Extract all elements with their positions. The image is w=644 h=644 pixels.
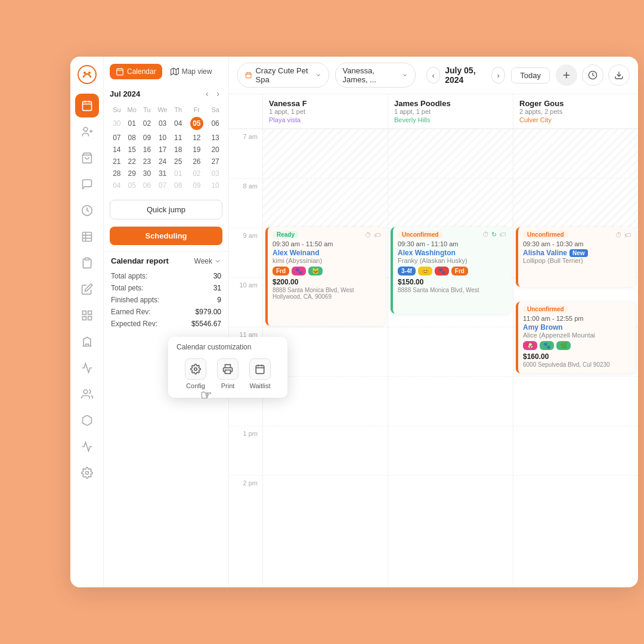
mini-cal-day[interactable]: 01: [171, 168, 185, 179]
sidebar: [70, 57, 104, 587]
popup-item-config[interactable]: Config: [185, 358, 206, 389]
mini-cal-day[interactable]: 17: [154, 144, 171, 156]
mini-cal-day[interactable]: 22: [124, 156, 140, 168]
mini-cal-day[interactable]: 08: [171, 179, 185, 191]
mini-cal-day[interactable]: 09: [140, 132, 154, 144]
mini-cal-day[interactable]: 02: [140, 115, 154, 132]
sidebar-item-calendar[interactable]: [75, 94, 99, 117]
calendar-view-btn[interactable]: Calendar: [110, 64, 162, 79]
sidebar-item-edit[interactable]: [75, 277, 99, 301]
mini-cal-day[interactable]: 15: [124, 144, 140, 156]
mini-cal-day[interactable]: 29: [124, 168, 140, 179]
tag-icon: 🏷: [374, 231, 380, 239]
staff-header-row: Vanessa F 1 appt, 1 pet Playa vista Jame…: [229, 94, 638, 129]
sidebar-item-table[interactable]: [75, 225, 99, 249]
mini-cal-day[interactable]: 26: [185, 156, 208, 168]
status-badge-unconfirmed-roger: Unconfirmed: [523, 231, 568, 239]
sidebar-item-messages[interactable]: [75, 172, 99, 196]
svg-point-7: [83, 128, 88, 132]
sidebar-item-settings[interactable]: [75, 461, 99, 485]
mini-cal-day[interactable]: 30: [110, 115, 124, 132]
week-select[interactable]: Week: [194, 257, 221, 265]
mini-cal-day[interactable]: 06: [208, 115, 222, 132]
mini-cal-day[interactable]: 01: [124, 115, 140, 132]
mini-cal-day[interactable]: 03: [208, 168, 222, 179]
mini-cal-day[interactable]: 03: [154, 115, 171, 132]
quick-jump-button[interactable]: Quick jump: [110, 200, 222, 219]
date-navigation: ‹ July 05, 2024 ›: [426, 66, 505, 85]
mini-cal-day[interactable]: 07: [154, 179, 171, 191]
appointment-card-roger-2[interactable]: Unconfirmed 11:00 am - 12:55 pm Amy Brow…: [516, 302, 636, 373]
mini-cal-day[interactable]: 31: [154, 168, 171, 179]
report-title: Calendar report: [111, 256, 169, 265]
mini-cal-day[interactable]: 13: [208, 132, 222, 144]
svg-point-22: [85, 472, 88, 475]
sidebar-item-building[interactable]: [75, 330, 99, 354]
sidebar-item-grid[interactable]: [75, 304, 99, 327]
print-icon: [217, 358, 239, 380]
tag-icon: 🏷: [624, 231, 631, 239]
popup-items: Config Print Waitlist: [177, 358, 279, 389]
mini-cal-day[interactable]: 28: [110, 168, 124, 179]
mini-cal-day[interactable]: 05: [185, 115, 208, 132]
sidebar-item-clipboard[interactable]: [75, 251, 99, 275]
mini-cal-day[interactable]: 10: [208, 179, 222, 191]
mini-cal-day[interactable]: 10: [154, 132, 171, 144]
clock-button[interactable]: [582, 64, 603, 86]
mini-cal-day[interactable]: 25: [171, 156, 185, 168]
date-next-btn[interactable]: ›: [491, 67, 505, 83]
sidebar-item-shop[interactable]: [75, 146, 99, 170]
download-button[interactable]: [608, 64, 630, 86]
popup-item-print[interactable]: Print: [217, 358, 239, 389]
add-button[interactable]: [556, 64, 577, 86]
scheduling-button[interactable]: Scheduling: [110, 227, 222, 245]
svg-rect-31: [225, 370, 231, 374]
sidebar-item-package[interactable]: [75, 408, 99, 432]
mini-cal-day[interactable]: 02: [185, 168, 208, 179]
sidebar-item-announcement[interactable]: [75, 356, 99, 380]
location-selector[interactable]: Crazy Cute Pet Spa: [237, 63, 329, 88]
appointment-card-roger-1[interactable]: Unconfirmed ⏱ 🏷 09:30 am - 10:30 am Alis…: [516, 227, 636, 287]
clock-icon: ⏱: [482, 231, 489, 239]
staff-selector[interactable]: Vanessa, James, ...: [335, 63, 416, 88]
mini-cal-day[interactable]: 21: [110, 156, 124, 168]
mini-cal-day[interactable]: 23: [140, 156, 154, 168]
mini-cal-day[interactable]: 11: [171, 132, 185, 144]
mini-cal-day[interactable]: 07: [110, 132, 124, 144]
clock-icon: ⏱: [365, 231, 371, 239]
calendar-customization-popup: Calendar customization Config Print Wait…: [168, 337, 287, 398]
map-view-btn[interactable]: Map view: [165, 64, 218, 79]
mini-cal-prev[interactable]: ‹: [203, 88, 212, 100]
mini-cal-next[interactable]: ›: [213, 88, 222, 100]
sidebar-item-reminders[interactable]: [75, 199, 99, 222]
popup-item-waitlist[interactable]: Waitlist: [249, 358, 271, 389]
clock-icon: ⏱: [615, 231, 622, 239]
sidebar-item-chart[interactable]: [75, 435, 99, 459]
mini-cal-day[interactable]: 18: [171, 144, 185, 156]
mini-cal-day[interactable]: 12: [185, 132, 208, 144]
mini-cal-day[interactable]: 14: [110, 144, 124, 156]
mini-cal-day[interactable]: 19: [185, 144, 208, 156]
svg-point-21: [83, 390, 88, 394]
sidebar-item-people[interactable]: [75, 382, 99, 406]
view-toggle: Calendar Map view: [104, 57, 228, 83]
mini-cal-day[interactable]: 09: [185, 179, 208, 191]
mini-cal-day[interactable]: 05: [124, 179, 140, 191]
date-prev-btn[interactable]: ‹: [426, 67, 440, 83]
mini-cal-day[interactable]: 27: [208, 156, 222, 168]
appointment-card-vanessa[interactable]: Ready ⏱ 🏷 09:30 am - 11:50 am Alex Weina…: [265, 227, 385, 326]
mini-cal-day[interactable]: 30: [140, 168, 154, 179]
mini-cal-day[interactable]: 06: [140, 179, 154, 191]
svg-rect-20: [88, 317, 91, 320]
mini-cal-day[interactable]: 20: [208, 144, 222, 156]
left-panel: Calendar Map view Jul 2024 ‹ › Su Mo: [104, 57, 229, 587]
mini-cal-day[interactable]: 04: [110, 179, 124, 191]
mini-cal-day[interactable]: 08: [124, 132, 140, 144]
sidebar-item-clients[interactable]: [75, 120, 99, 144]
svg-rect-16: [85, 258, 89, 260]
mini-cal-day[interactable]: 04: [171, 115, 185, 132]
today-button[interactable]: Today: [511, 67, 550, 83]
mini-cal-day[interactable]: 16: [140, 144, 154, 156]
appointment-card-james[interactable]: Unconfirmed ⏱ ↻ 🏷 09:30 am - 11:10 am Al…: [391, 227, 510, 314]
mini-cal-day[interactable]: 24: [154, 156, 171, 168]
